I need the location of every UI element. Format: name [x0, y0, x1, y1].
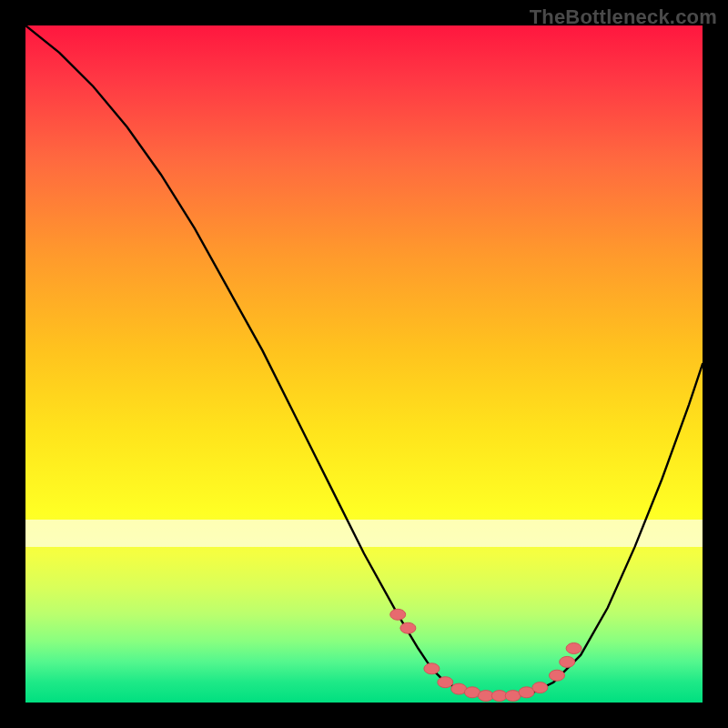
highlight-marker	[566, 643, 581, 654]
highlight-marker	[400, 622, 416, 633]
plot-area	[25, 25, 703, 703]
chart-frame: TheBottleneck.com	[0, 0, 728, 728]
highlight-marker	[424, 663, 440, 674]
bottleneck-curve	[25, 25, 703, 696]
highlight-marker	[532, 682, 548, 693]
highlight-markers	[390, 609, 581, 701]
highlight-marker	[550, 670, 565, 681]
highlight-marker	[438, 677, 453, 688]
highlight-marker	[390, 609, 406, 620]
highlight-marker	[560, 656, 575, 667]
curve-layer	[25, 25, 703, 703]
curve-path-group	[25, 25, 703, 696]
